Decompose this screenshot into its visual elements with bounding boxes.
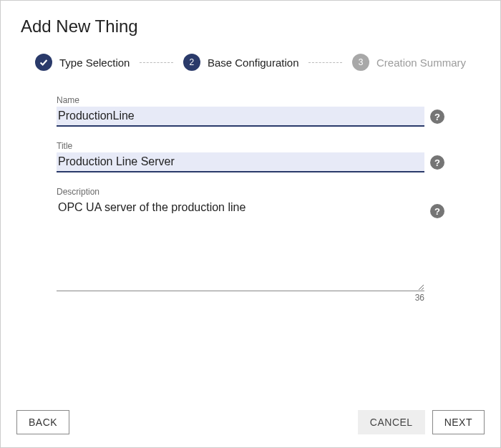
description-input[interactable] xyxy=(57,198,424,291)
step-label: Type Selection xyxy=(59,57,130,69)
title-label: Title xyxy=(57,141,444,151)
form-scroll-area[interactable]: Name ? Title ? Description ? xyxy=(21,88,480,400)
field-title: Title ? xyxy=(57,141,444,172)
step-base-configuration[interactable]: 2 Base Configuration xyxy=(183,54,299,71)
help-icon[interactable]: ? xyxy=(430,204,444,218)
cancel-button[interactable]: CANCEL xyxy=(358,410,425,434)
step-label: Creation Summary xyxy=(376,57,466,69)
stepper-connector xyxy=(308,62,341,63)
name-label: Name xyxy=(57,95,444,105)
step-number-icon: 2 xyxy=(183,54,200,71)
title-input[interactable] xyxy=(57,152,424,172)
field-description: Description ? 36 xyxy=(57,187,444,303)
dialog-title: Add New Thing xyxy=(21,16,480,36)
step-number-icon: 3 xyxy=(352,54,369,71)
step-type-selection[interactable]: Type Selection xyxy=(35,54,130,71)
description-label: Description xyxy=(57,187,444,197)
add-new-thing-dialog: Add New Thing Type Selection 2 Base Conf… xyxy=(0,0,501,448)
scroll-spacer xyxy=(57,303,444,400)
dialog-footer: BACK CANCEL NEXT xyxy=(1,400,500,447)
stepper: Type Selection 2 Base Configuration 3 Cr… xyxy=(21,54,480,71)
field-name: Name ? xyxy=(57,95,444,127)
name-input[interactable] xyxy=(57,107,424,127)
help-icon[interactable]: ? xyxy=(430,155,444,170)
dialog-content: Name ? Title ? Description ? xyxy=(1,88,500,400)
help-icon[interactable]: ? xyxy=(430,109,444,124)
stepper-connector xyxy=(140,62,172,63)
dialog-header: Add New Thing Type Selection 2 Base Conf… xyxy=(1,1,500,88)
step-creation-summary[interactable]: 3 Creation Summary xyxy=(352,54,466,71)
back-button[interactable]: BACK xyxy=(16,410,69,434)
description-char-count: 36 xyxy=(57,293,444,303)
checkmark-icon xyxy=(35,54,52,71)
next-button[interactable]: NEXT xyxy=(432,410,485,434)
step-label: Base Configuration xyxy=(208,57,299,69)
